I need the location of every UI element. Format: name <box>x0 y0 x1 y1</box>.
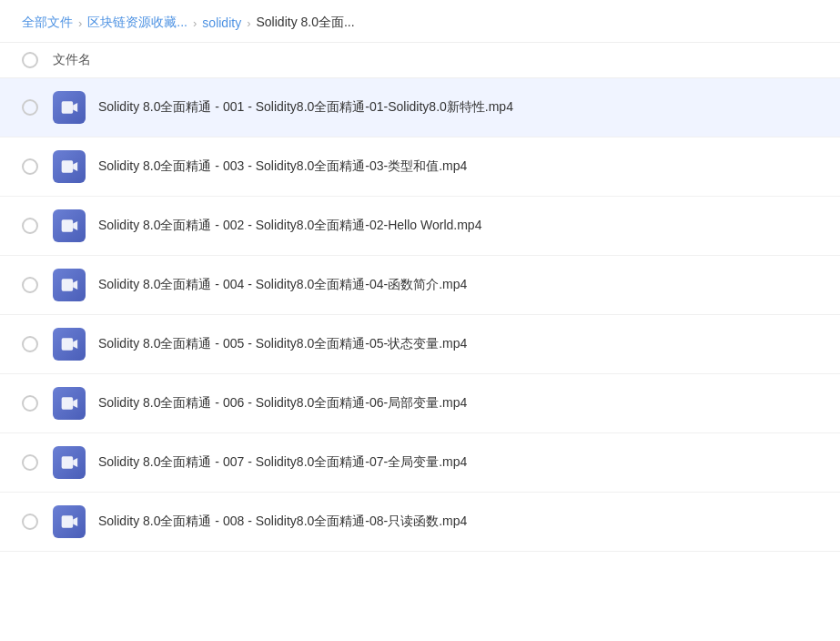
video-file-icon <box>53 269 86 301</box>
video-file-icon <box>53 328 86 361</box>
breadcrumb-item-blockchain[interactable]: 区块链资源收藏... <box>87 15 187 31</box>
file-name-label: Solidity 8.0全面精通 - 007 - Solidity8.0全面精通… <box>98 454 467 471</box>
svg-rect-2 <box>62 160 74 172</box>
video-file-icon <box>53 150 86 183</box>
video-file-icon <box>53 209 86 242</box>
breadcrumb-item-root[interactable]: 全部文件 <box>22 15 73 31</box>
svg-marker-5 <box>73 221 77 230</box>
breadcrumb-separator-2: › <box>193 16 197 30</box>
breadcrumb-item-solidity[interactable]: solidity <box>202 15 241 30</box>
file-name-label: Solidity 8.0全面精通 - 004 - Solidity8.0全面精通… <box>98 277 467 293</box>
file-checkbox[interactable] <box>22 514 38 530</box>
list-item[interactable]: Solidity 8.0全面精通 - 008 - Solidity8.0全面精通… <box>0 493 840 552</box>
svg-marker-7 <box>73 280 77 290</box>
svg-rect-10 <box>62 397 74 409</box>
list-item[interactable]: Solidity 8.0全面精通 - 005 - Solidity8.0全面精通… <box>0 315 840 374</box>
svg-marker-1 <box>73 103 77 112</box>
file-checkbox[interactable] <box>22 277 38 293</box>
svg-marker-3 <box>73 162 77 171</box>
file-checkbox[interactable] <box>22 158 38 175</box>
video-file-icon <box>53 91 86 124</box>
file-list: Solidity 8.0全面精通 - 001 - Solidity8.0全面精通… <box>0 78 840 552</box>
column-header-filename: 文件名 <box>53 52 91 68</box>
file-name-label: Solidity 8.0全面精通 - 008 - Solidity8.0全面精通… <box>98 514 467 530</box>
video-file-icon <box>53 446 86 479</box>
file-checkbox[interactable] <box>22 336 38 352</box>
svg-rect-4 <box>62 219 74 231</box>
svg-rect-8 <box>62 338 74 350</box>
svg-rect-14 <box>62 515 74 527</box>
svg-marker-13 <box>73 458 77 467</box>
svg-marker-9 <box>73 340 77 349</box>
file-list-header: 文件名 <box>0 43 840 78</box>
svg-marker-11 <box>73 399 77 408</box>
breadcrumb-separator-1: › <box>78 16 82 30</box>
breadcrumb-separator-3: › <box>247 16 250 30</box>
list-item[interactable]: Solidity 8.0全面精通 - 001 - Solidity8.0全面精通… <box>0 78 840 137</box>
list-item[interactable]: Solidity 8.0全面精通 - 006 - Solidity8.0全面精通… <box>0 374 840 433</box>
file-checkbox[interactable] <box>22 218 38 234</box>
video-file-icon <box>53 387 86 420</box>
file-name-label: Solidity 8.0全面精通 - 001 - Solidity8.0全面精通… <box>98 99 513 116</box>
breadcrumb-item-current: Solidity 8.0全面... <box>257 15 355 31</box>
list-item[interactable]: Solidity 8.0全面精通 - 002 - Solidity8.0全面精通… <box>0 197 840 256</box>
list-item[interactable]: Solidity 8.0全面精通 - 007 - Solidity8.0全面精通… <box>0 433 840 493</box>
file-name-label: Solidity 8.0全面精通 - 005 - Solidity8.0全面精通… <box>98 336 467 352</box>
select-all-checkbox[interactable] <box>22 52 38 68</box>
svg-marker-15 <box>73 517 77 526</box>
file-checkbox[interactable] <box>22 99 38 116</box>
svg-rect-0 <box>62 101 74 113</box>
file-checkbox[interactable] <box>22 454 38 471</box>
svg-rect-12 <box>62 456 74 468</box>
file-name-label: Solidity 8.0全面精通 - 003 - Solidity8.0全面精通… <box>98 158 467 175</box>
breadcrumb: 全部文件 › 区块链资源收藏... › solidity › Solidity … <box>0 0 840 43</box>
list-item[interactable]: Solidity 8.0全面精通 - 004 - Solidity8.0全面精通… <box>0 256 840 315</box>
file-checkbox[interactable] <box>22 395 38 412</box>
file-name-label: Solidity 8.0全面精通 - 006 - Solidity8.0全面精通… <box>98 395 467 412</box>
list-item[interactable]: Solidity 8.0全面精通 - 003 - Solidity8.0全面精通… <box>0 137 840 197</box>
file-name-label: Solidity 8.0全面精通 - 002 - Solidity8.0全面精通… <box>98 218 481 234</box>
video-file-icon <box>53 505 86 538</box>
svg-rect-6 <box>62 279 74 290</box>
